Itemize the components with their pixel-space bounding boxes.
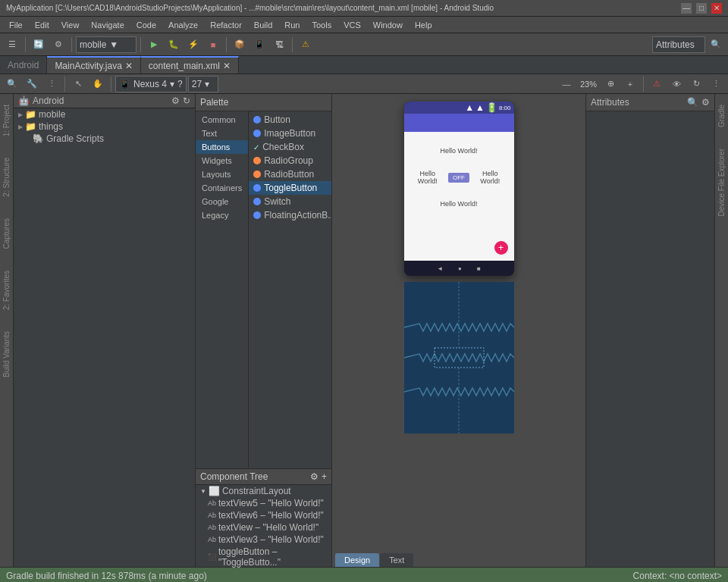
ct-item-togglebutton[interactable]: ⬛ toggleButton – "ToggleButto..." bbox=[196, 546, 331, 568]
menu-view[interactable]: View bbox=[55, 19, 86, 31]
maximize-button[interactable]: □ bbox=[696, 3, 707, 14]
palette-item-fab[interactable]: FloatingActionB... bbox=[249, 208, 331, 222]
toolbar-settings-btn[interactable]: ⚙ bbox=[49, 36, 67, 54]
palette-cat-containers[interactable]: Containers bbox=[196, 181, 248, 195]
fab-icon bbox=[253, 211, 261, 219]
menu-help[interactable]: Help bbox=[409, 19, 438, 31]
nav-back-icon[interactable]: ◄ bbox=[437, 265, 443, 272]
module-dropdown[interactable]: mobile ▼ bbox=[76, 36, 136, 53]
menu-window[interactable]: Window bbox=[367, 19, 409, 31]
warn-layout-btn[interactable]: ⚠ bbox=[648, 75, 666, 93]
layout-cursor-btn[interactable]: ↖ bbox=[69, 75, 87, 93]
palette-more-btn[interactable]: ⋮ bbox=[42, 75, 61, 93]
side-label-build-variants[interactable]: Build Variants bbox=[1, 328, 12, 380]
close-button[interactable]: ✕ bbox=[711, 3, 722, 14]
tree-item-gradle[interactable]: 🐘 Gradle Scripts bbox=[14, 133, 195, 145]
menu-analyze[interactable]: Analyze bbox=[162, 19, 204, 31]
zoom-reset-btn[interactable]: ⊕ bbox=[601, 75, 620, 93]
structure-btn[interactable]: 🏗 bbox=[270, 36, 288, 54]
palette-item-radiogroup[interactable]: RadioGroup bbox=[249, 154, 331, 167]
gear-icon[interactable]: ⚙ bbox=[171, 95, 180, 106]
design-tab-design[interactable]: Design bbox=[335, 553, 379, 567]
ct-textview-label: textView – "Hello World!" bbox=[218, 522, 318, 533]
avd-manager-btn[interactable]: 📱 bbox=[250, 36, 268, 54]
refresh-btn[interactable]: ↻ bbox=[687, 75, 705, 93]
stop-button[interactable]: ■ bbox=[204, 36, 222, 54]
palette-cat-buttons[interactable]: Buttons bbox=[196, 140, 248, 154]
sync-icon[interactable]: ↻ bbox=[183, 95, 190, 106]
ct-item-textview6[interactable]: Ab textView6 – "Hello World!" bbox=[196, 509, 331, 521]
ct-item-textview3[interactable]: Ab textView3 – "Hello World!" bbox=[196, 534, 331, 546]
menu-edit[interactable]: Edit bbox=[29, 19, 55, 31]
palette-cat-text[interactable]: Text bbox=[196, 127, 248, 140]
layout-toolbar: 🔍 🔧 ⋮ ↖ ✋ 📱 Nexus 4 ▾ ? 27 ▾ — 23% ⊕ + ⚠… bbox=[0, 74, 728, 94]
palette-cat-widgets[interactable]: Widgets bbox=[196, 154, 248, 167]
eye-btn[interactable]: 👁 bbox=[667, 75, 686, 93]
layout-hand-btn[interactable]: ✋ bbox=[89, 75, 107, 93]
side-label-structure[interactable]: 2: Structure bbox=[1, 155, 12, 200]
design-tab-text[interactable]: Text bbox=[380, 553, 413, 567]
side-label-device-explorer[interactable]: Device File Explorer bbox=[716, 146, 727, 219]
nav-recent-icon[interactable]: ■ bbox=[477, 265, 481, 272]
attributes-btn[interactable]: Attributes bbox=[652, 36, 705, 53]
menu-vcs[interactable]: VCS bbox=[337, 19, 367, 31]
palette-filter-btn[interactable]: 🔧 bbox=[23, 75, 41, 93]
minimize-button[interactable]: — bbox=[681, 3, 692, 14]
menu-build[interactable]: Build bbox=[248, 19, 278, 31]
palette-cat-common[interactable]: Common bbox=[196, 113, 248, 127]
debug-button[interactable]: 🐛 bbox=[165, 36, 183, 54]
menu-refactor[interactable]: Refactor bbox=[204, 19, 248, 31]
ct-item-textview[interactable]: Ab textView – "Hello World!" bbox=[196, 521, 331, 534]
palette-item-button[interactable]: Button bbox=[249, 113, 331, 127]
palette-cat-layouts[interactable]: Layouts bbox=[196, 167, 248, 181]
more-btn[interactable]: ⋮ bbox=[707, 75, 725, 93]
side-label-favorites[interactable]: 2: Favorites bbox=[1, 268, 12, 313]
palette-item-imagebutton[interactable]: ImageButton bbox=[249, 127, 331, 140]
profile-button[interactable]: ⚡ bbox=[184, 36, 202, 54]
tab-project[interactable]: Android bbox=[0, 56, 47, 74]
palette-search-btn[interactable]: 🔍 bbox=[3, 75, 21, 93]
menu-file[interactable]: File bbox=[3, 19, 29, 31]
center-design-area: ▲ ▲ 🔋 8:00 Hello World! Hello World! OFF… bbox=[332, 94, 585, 567]
side-label-captures[interactable]: Captures bbox=[1, 215, 12, 252]
attrs-settings-icon[interactable]: ⚙ bbox=[701, 97, 710, 108]
palette-item-radiobutton[interactable]: RadioButton bbox=[249, 167, 331, 181]
zoom-out-btn[interactable]: — bbox=[557, 75, 576, 93]
zoom-in-btn[interactable]: + bbox=[621, 75, 639, 93]
ct-constraintlayout-label: ConstraintLayout bbox=[222, 486, 291, 496]
palette-cat-legacy[interactable]: Legacy bbox=[196, 208, 248, 222]
tree-item-mobile[interactable]: ▶ 📁 mobile bbox=[14, 108, 195, 120]
ct-item-constraintlayout[interactable]: ▼ ⬜ ConstraintLayout bbox=[196, 485, 331, 497]
toolbar-menu-btn[interactable]: ☰ bbox=[3, 36, 21, 54]
tab-content-main-close[interactable]: ✕ bbox=[223, 61, 231, 71]
ct-item-textview5[interactable]: Ab textView5 – "Hello World!" bbox=[196, 497, 331, 509]
warn-btn[interactable]: ⚠ bbox=[297, 36, 315, 54]
tab-content-main[interactable]: content_main.xml ✕ bbox=[141, 56, 239, 74]
palette-cat-google[interactable]: Google bbox=[196, 195, 248, 208]
device-question: ? bbox=[177, 79, 183, 89]
menu-navigate[interactable]: Navigate bbox=[85, 19, 130, 31]
tab-main-activity-close[interactable]: ✕ bbox=[125, 61, 133, 71]
side-label-project[interactable]: 1: Project bbox=[1, 102, 12, 139]
phone-fab[interactable]: + bbox=[494, 241, 508, 255]
run-button[interactable]: ▶ bbox=[145, 36, 163, 54]
component-tree-add-icon[interactable]: + bbox=[322, 471, 327, 482]
phone-toggle-button[interactable]: OFF bbox=[448, 173, 469, 183]
attrs-search-icon[interactable]: 🔍 bbox=[687, 97, 698, 108]
sdk-manager-btn[interactable]: 📦 bbox=[231, 36, 249, 54]
menu-tools[interactable]: Tools bbox=[306, 19, 337, 31]
palette-item-togglebutton[interactable]: ToggleButton bbox=[249, 181, 331, 195]
toolbar-search-btn[interactable]: 🔍 bbox=[707, 36, 725, 54]
tree-item-things[interactable]: ▶ 📁 things bbox=[14, 120, 195, 133]
toolbar-sync-btn[interactable]: 🔄 bbox=[30, 36, 48, 54]
component-tree-gear-icon[interactable]: ⚙ bbox=[310, 471, 318, 482]
tab-main-activity[interactable]: MainActivity.java ✕ bbox=[47, 56, 140, 74]
api-dropdown[interactable]: 27 ▾ bbox=[188, 76, 218, 92]
menu-code[interactable]: Code bbox=[130, 19, 162, 31]
device-dropdown[interactable]: 📱 Nexus 4 ▾ ? bbox=[115, 76, 187, 92]
side-label-gradle[interactable]: Gradle bbox=[716, 102, 727, 130]
menu-run[interactable]: Run bbox=[278, 19, 306, 31]
palette-item-checkbox[interactable]: ✓ CheckBox bbox=[249, 140, 331, 154]
palette-item-switch[interactable]: Switch bbox=[249, 195, 331, 208]
nav-home-icon[interactable]: ● bbox=[458, 265, 462, 272]
